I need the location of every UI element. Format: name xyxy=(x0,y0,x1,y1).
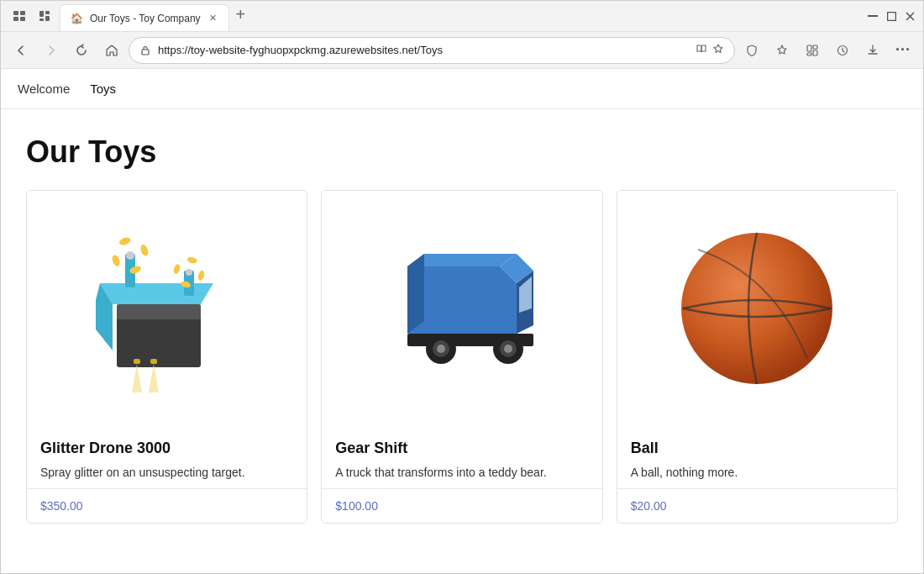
svg-rect-2 xyxy=(13,17,18,21)
svg-rect-0 xyxy=(13,11,18,15)
svg-rect-3 xyxy=(20,17,25,21)
toy-name-truck: Gear Shift xyxy=(335,440,588,457)
toy-image-truck xyxy=(322,191,601,426)
toy-desc-drone: Spray glitter on an unsuspecting target. xyxy=(40,464,293,482)
svg-rect-35 xyxy=(150,359,157,364)
favorites-icon[interactable] xyxy=(712,43,724,57)
collections-toolbar-icon[interactable] xyxy=(799,37,826,64)
toy-card-drone: Glitter Drone 3000 Spray glitter on an u… xyxy=(26,190,307,524)
svg-rect-7 xyxy=(45,16,50,21)
tab-close-button[interactable]: ✕ xyxy=(207,11,218,25)
menu-button[interactable]: ··· xyxy=(890,37,916,64)
toy-body-ball: Ball A ball, nothing more. xyxy=(617,426,897,488)
svg-point-51 xyxy=(504,345,512,353)
toy-desc-truck: A truck that transforms into a teddy bea… xyxy=(335,464,588,482)
svg-point-28 xyxy=(111,254,121,267)
toy-image-ball xyxy=(617,191,897,426)
svg-rect-12 xyxy=(142,50,149,55)
svg-rect-5 xyxy=(45,11,50,14)
svg-rect-18 xyxy=(117,313,201,367)
svg-marker-37 xyxy=(149,364,159,392)
tab-favicon: 🏠 xyxy=(71,13,83,24)
address-bar[interactable]: https://toy-website-fyghuopxpckmg.azurew… xyxy=(129,37,735,64)
svg-rect-34 xyxy=(134,359,140,364)
collections-icon[interactable] xyxy=(33,4,56,28)
nav-toys[interactable]: Toys xyxy=(90,78,116,99)
lock-icon xyxy=(139,45,151,56)
tab-title: Our Toys - Toy Company xyxy=(90,13,201,24)
toy-card-ball: Ball A ball, nothing more. $20.00 xyxy=(617,190,898,524)
svg-point-24 xyxy=(126,251,134,260)
url-text: https://toy-website-fyghuopxpckmg.azurew… xyxy=(158,44,689,56)
new-tab-button[interactable]: + xyxy=(229,2,253,28)
history-icon[interactable] xyxy=(829,37,856,64)
nav-welcome[interactable]: Welcome xyxy=(18,78,70,99)
toy-card-truck: Gear Shift A truck that transforms into … xyxy=(321,190,602,524)
toolbar-right: ··· xyxy=(738,37,916,64)
favorites-toolbar-icon[interactable] xyxy=(769,37,795,64)
svg-rect-8 xyxy=(868,15,878,17)
browser-tab[interactable]: 🏠 Our Toys - Toy Company ✕ xyxy=(60,4,229,31)
svg-rect-1 xyxy=(20,11,25,15)
maximize-button[interactable] xyxy=(885,9,898,23)
svg-rect-4 xyxy=(39,11,44,17)
svg-rect-16 xyxy=(807,53,811,55)
page-title: Our Toys xyxy=(26,134,898,170)
svg-marker-20 xyxy=(100,283,213,304)
svg-point-32 xyxy=(197,270,205,281)
svg-rect-6 xyxy=(39,18,44,21)
toy-price-ball: $20.00 xyxy=(617,488,897,523)
svg-point-27 xyxy=(139,244,149,257)
back-button[interactable] xyxy=(8,37,34,64)
main-content: Our Toys xyxy=(1,109,923,573)
site-nav: Welcome Toys xyxy=(1,69,923,109)
toy-price-truck: $100.00 xyxy=(322,488,601,523)
svg-point-48 xyxy=(437,345,445,353)
minimize-button[interactable] xyxy=(866,9,879,23)
browser-shield-icon[interactable] xyxy=(738,37,765,64)
home-button[interactable] xyxy=(98,37,125,64)
sidebar-icons xyxy=(8,4,56,28)
refresh-button[interactable] xyxy=(68,37,95,64)
close-button[interactable] xyxy=(903,9,916,23)
toy-price-drone: $350.00 xyxy=(27,488,307,523)
profile-icon[interactable] xyxy=(8,4,31,28)
window-controls xyxy=(866,9,916,23)
forward-button[interactable] xyxy=(38,37,65,64)
browser-window: 🏠 Our Toys - Toy Company ✕ + xyxy=(0,0,924,574)
toy-name-ball: Ball xyxy=(631,440,884,457)
svg-point-25 xyxy=(118,236,132,246)
read-mode-icon[interactable] xyxy=(696,43,707,57)
svg-rect-13 xyxy=(807,45,811,51)
toy-body-truck: Gear Shift A truck that transforms into … xyxy=(322,426,601,488)
svg-marker-40 xyxy=(407,254,424,334)
svg-rect-19 xyxy=(117,304,201,319)
download-icon[interactable] xyxy=(859,37,886,64)
address-icons xyxy=(696,43,724,57)
svg-rect-14 xyxy=(813,45,817,49)
toy-desc-ball: A ball, nothing more. xyxy=(631,464,884,482)
address-bar-row: https://toy-website-fyghuopxpckmg.azurew… xyxy=(1,32,923,69)
toy-body-drone: Glitter Drone 3000 Spray glitter on an u… xyxy=(27,426,307,488)
svg-marker-36 xyxy=(132,364,142,392)
svg-point-29 xyxy=(186,269,192,276)
svg-rect-9 xyxy=(887,12,895,20)
toys-grid: Glitter Drone 3000 Spray glitter on an u… xyxy=(26,190,898,524)
svg-point-52 xyxy=(681,233,832,384)
svg-point-33 xyxy=(172,263,181,274)
toy-name-drone: Glitter Drone 3000 xyxy=(40,440,293,457)
svg-point-30 xyxy=(186,256,197,265)
toy-image-drone xyxy=(27,191,307,426)
svg-rect-15 xyxy=(813,50,817,55)
